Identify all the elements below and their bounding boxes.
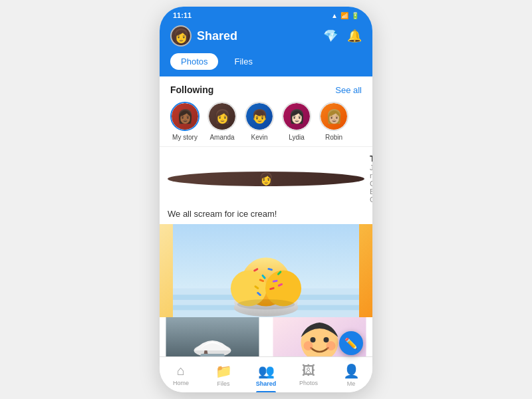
following-person-mystory[interactable]: 👩🏾 My story — [170, 102, 200, 141]
main-content: Following See all 👩🏾 My story 👩 Amanda — [160, 76, 372, 356]
post-caption: We all scream for ice cream! — [160, 207, 372, 224]
svg-point-26 — [324, 337, 329, 342]
post-card: 👩 Taylor Just now • Cannon Beach, OR ⋮ W… — [160, 146, 372, 356]
post-author-name: Taylor — [370, 154, 372, 164]
following-person-kevin[interactable]: 👦 Kevin — [245, 102, 274, 141]
amanda-name: Amanda — [209, 134, 234, 141]
following-label: Following — [170, 84, 213, 95]
tab-pills: Photos Files — [160, 53, 372, 76]
status-time: 11:11 — [173, 11, 192, 19]
page-title: Shared — [197, 29, 237, 43]
fab-icon: ✏️ — [344, 337, 358, 350]
robin-avatar-img: 👩🏼 — [321, 103, 347, 130]
post-author-avatar[interactable]: 👩 — [168, 172, 364, 186]
post-timestamp: Just now • Cannon Beach, OR — [370, 164, 372, 203]
files-icon: 📁 — [215, 363, 232, 379]
post-location: Cannon Beach, OR — [370, 180, 372, 203]
status-bar: 11:11 ▲ 📶 🔋 — [160, 7, 372, 21]
header-actions: 💎 🔔 — [323, 29, 362, 43]
signal-icon: 📶 — [340, 12, 348, 19]
nav-photos[interactable]: 🖼 Photos — [287, 357, 330, 392]
post-image-left — [160, 317, 267, 356]
see-all-button[interactable]: See all — [335, 85, 362, 95]
mystory-avatar-img: 👩🏾 — [172, 103, 198, 130]
following-header: Following See all — [170, 84, 362, 95]
home-icon: ⌂ — [177, 363, 185, 378]
amanda-avatar: 👩 — [207, 102, 237, 131]
tab-photos[interactable]: Photos — [170, 53, 218, 70]
post-meta: Taylor Just now • Cannon Beach, OR — [370, 154, 372, 203]
post-main-image — [160, 224, 372, 317]
bottom-nav: ⌂ Home 📁 Files 👥 Shared 🖼 Photos 👤 Me — [160, 356, 372, 392]
svg-point-28 — [327, 341, 336, 350]
nav-home-label: Home — [173, 380, 189, 386]
header-left: 👩 Shared — [170, 25, 237, 47]
nav-shared[interactable]: 👥 Shared — [245, 357, 287, 392]
mystory-name: My story — [172, 134, 198, 141]
bell-icon[interactable]: 🔔 — [347, 29, 362, 43]
nav-files[interactable]: 📁 Files — [202, 357, 245, 392]
svg-point-25 — [311, 337, 316, 342]
status-icons: ▲ 📶 🔋 — [331, 12, 359, 19]
wifi-icon: ▲ — [331, 12, 338, 19]
lydia-avatar-img: 👩🏻 — [283, 103, 310, 130]
diamond-icon[interactable]: 💎 — [323, 29, 338, 43]
nav-me-label: Me — [347, 380, 356, 387]
robin-avatar: 👩🏼 — [319, 102, 348, 131]
svg-point-8 — [237, 299, 295, 309]
svg-rect-22 — [201, 354, 225, 356]
battery-icon: 🔋 — [351, 12, 359, 19]
post-time-text: Just now — [370, 164, 372, 180]
user-avatar-img: 👩 — [172, 27, 190, 45]
fab-button[interactable]: ✏️ — [339, 331, 363, 355]
following-section: Following See all 👩🏾 My story 👩 Amanda — [160, 76, 372, 146]
kevin-avatar-img: 👦 — [246, 103, 273, 130]
kevin-avatar: 👦 — [245, 102, 274, 131]
post-header: 👩 Taylor Just now • Cannon Beach, OR ⋮ — [160, 154, 372, 207]
lydia-name: Lydia — [289, 134, 305, 141]
mystory-avatar: 👩🏾 — [170, 102, 200, 131]
following-person-amanda[interactable]: 👩 Amanda — [207, 102, 237, 141]
nav-me[interactable]: 👤 Me — [330, 357, 372, 392]
following-person-robin[interactable]: 👩🏼 Robin — [319, 102, 348, 141]
shared-icon: 👥 — [258, 363, 275, 379]
phone-frame: 11:11 ▲ 📶 🔋 👩 Shared 💎 🔔 Photos Files Fo… — [160, 7, 372, 392]
following-person-lydia[interactable]: 👩🏻 Lydia — [282, 102, 311, 141]
ice-cream-svg — [160, 224, 372, 317]
following-avatars: 👩🏾 My story 👩 Amanda 👦 Kevin — [170, 102, 362, 141]
photos-icon: 🖼 — [302, 363, 315, 378]
nav-files-label: Files — [217, 380, 229, 387]
robin-name: Robin — [325, 134, 342, 141]
svg-point-27 — [304, 341, 313, 350]
kevin-name: Kevin — [251, 134, 267, 141]
tab-files[interactable]: Files — [223, 53, 263, 70]
post-image-left-svg — [160, 317, 265, 356]
nav-shared-label: Shared — [256, 380, 277, 387]
me-icon: 👤 — [343, 363, 360, 379]
nav-home[interactable]: ⌂ Home — [160, 357, 202, 392]
header: 👩 Shared 💎 🔔 — [160, 21, 372, 53]
amanda-avatar-img: 👩 — [209, 103, 235, 130]
nav-active-indicator — [256, 391, 276, 392]
lydia-avatar: 👩🏻 — [282, 102, 311, 131]
header-avatar[interactable]: 👩 — [170, 25, 192, 47]
nav-photos-label: Photos — [299, 380, 318, 386]
